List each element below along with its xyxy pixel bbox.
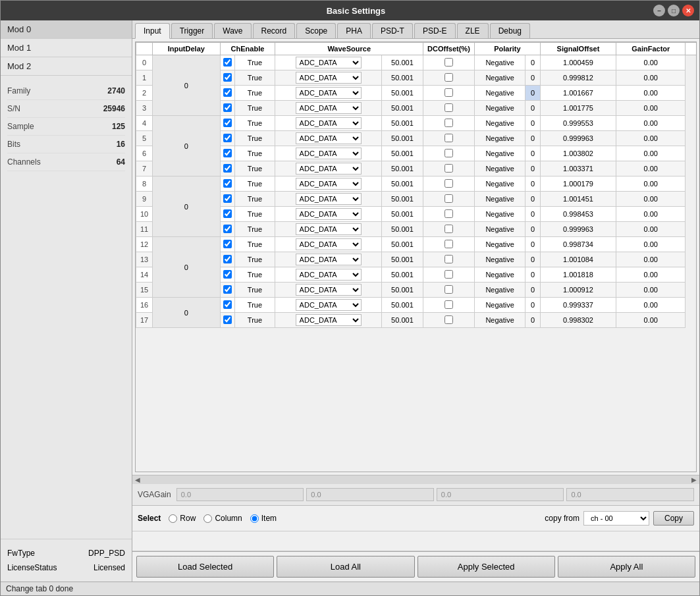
polarity-checkbox[interactable] bbox=[444, 285, 453, 294]
chenable-checkbox[interactable] bbox=[223, 149, 232, 157]
load-selected-button[interactable]: Load Selected bbox=[136, 556, 274, 578]
wavesource-select[interactable]: ADC_DATA bbox=[296, 148, 362, 159]
scrollbar[interactable]: ◀ ▶ bbox=[132, 475, 699, 484]
copy-from-select[interactable]: ch - 00 ch - 01 ch - 02 ch - 03 bbox=[583, 511, 649, 526]
apply-selected-button[interactable]: Apply Selected bbox=[417, 556, 555, 578]
polarity-checkbox[interactable] bbox=[444, 179, 453, 188]
wavesource-select[interactable]: ADC_DATA bbox=[296, 117, 362, 129]
window-title: Basic Settings bbox=[59, 6, 653, 16]
chenable-checkbox[interactable] bbox=[223, 58, 232, 67]
wavesource-cell: ADC_DATA bbox=[275, 116, 381, 131]
chenable-checkbox[interactable] bbox=[223, 103, 232, 112]
chenable-checkbox[interactable] bbox=[223, 134, 232, 142]
polarity-checkbox[interactable] bbox=[444, 88, 453, 97]
scroll-right-icon[interactable]: ▶ bbox=[689, 476, 699, 483]
polarity-checkbox[interactable] bbox=[444, 240, 453, 248]
chenable-checkbox[interactable] bbox=[223, 164, 232, 173]
signal-offset-value: 0 bbox=[525, 176, 540, 192]
radio-item[interactable] bbox=[250, 514, 259, 523]
tab-trigger[interactable]: Trigger bbox=[171, 23, 213, 38]
wavesource-select[interactable]: ADC_DATA bbox=[296, 178, 362, 190]
wavesource-cell: ADC_DATA bbox=[275, 70, 381, 86]
signal-offset-value: 0 bbox=[525, 298, 540, 313]
vga-input-2[interactable] bbox=[437, 488, 564, 501]
bits-label: Bits bbox=[7, 140, 20, 149]
polarity-checkbox[interactable] bbox=[444, 300, 453, 309]
channel-number: 4 bbox=[136, 116, 153, 131]
polarity-checkbox[interactable] bbox=[444, 73, 453, 82]
chenable-checkbox[interactable] bbox=[223, 285, 232, 294]
minimize-button[interactable]: – bbox=[653, 5, 665, 16]
scroll-left-icon[interactable]: ◀ bbox=[132, 476, 143, 483]
chenable-checkbox[interactable] bbox=[223, 179, 232, 188]
chenable-checkbox[interactable] bbox=[223, 73, 232, 82]
tab-record[interactable]: Record bbox=[253, 23, 296, 38]
wavesource-select[interactable]: ADC_DATA bbox=[296, 163, 362, 175]
wavesource-select[interactable]: ADC_DATA bbox=[296, 57, 362, 68]
wavesource-select[interactable]: ADC_DATA bbox=[296, 299, 362, 311]
chenable-value: True bbox=[234, 207, 275, 222]
close-button[interactable]: ✕ bbox=[682, 5, 694, 16]
wavesource-select[interactable]: ADC_DATA bbox=[296, 208, 362, 220]
adct-value: 0.00 bbox=[616, 176, 686, 192]
tab-scope[interactable]: Scope bbox=[296, 23, 336, 38]
polarity-checkbox[interactable] bbox=[444, 58, 453, 67]
polarity-checkbox[interactable] bbox=[444, 164, 453, 173]
polarity-checkbox[interactable] bbox=[444, 209, 453, 218]
wavesource-select[interactable]: ADC_DATA bbox=[296, 238, 362, 250]
wavesource-select[interactable]: ADC_DATA bbox=[296, 132, 362, 144]
radio-row[interactable] bbox=[169, 514, 177, 523]
tab-debug[interactable]: Debug bbox=[490, 23, 530, 38]
wavesource-select[interactable]: ADC_DATA bbox=[296, 269, 362, 281]
radio-row-label: Row bbox=[180, 514, 196, 523]
chenable-checkbox[interactable] bbox=[223, 88, 232, 97]
radio-column[interactable] bbox=[203, 514, 212, 523]
polarity-checkbox[interactable] bbox=[444, 149, 453, 157]
sidebar-item-mod1[interactable]: Mod 1 bbox=[1, 39, 132, 57]
tab-wave[interactable]: Wave bbox=[214, 23, 251, 38]
chenable-checkbox[interactable] bbox=[223, 255, 232, 263]
chenable-checkbox[interactable] bbox=[223, 300, 232, 309]
polarity-checkbox[interactable] bbox=[444, 103, 453, 112]
copy-button[interactable]: Copy bbox=[653, 511, 694, 526]
vga-input-1[interactable] bbox=[306, 488, 434, 501]
chenable-checkbox[interactable] bbox=[223, 270, 232, 279]
polarity-checkbox[interactable] bbox=[444, 255, 453, 263]
chenable-checkbox[interactable] bbox=[223, 209, 232, 218]
chenable-checkbox[interactable] bbox=[223, 194, 232, 203]
tab-psd-t[interactable]: PSD-T bbox=[372, 23, 413, 38]
wavesource-cell: ADC_DATA bbox=[275, 86, 381, 101]
wavesource-select[interactable]: ADC_DATA bbox=[296, 254, 362, 265]
wavesource-select[interactable]: ADC_DATA bbox=[296, 314, 362, 326]
wavesource-select[interactable]: ADC_DATA bbox=[296, 223, 362, 235]
tab-pha[interactable]: PHA bbox=[337, 23, 371, 38]
load-all-button[interactable]: Load All bbox=[277, 556, 414, 578]
vga-input-3[interactable] bbox=[566, 488, 694, 501]
sidebar-item-mod2[interactable]: Mod 2 bbox=[1, 57, 132, 76]
wavesource-select[interactable]: ADC_DATA bbox=[296, 72, 362, 84]
polarity-checkbox[interactable] bbox=[444, 194, 453, 203]
maximize-button[interactable]: □ bbox=[668, 5, 680, 16]
wavesource-select[interactable]: ADC_DATA bbox=[296, 102, 362, 114]
wavesource-select[interactable]: ADC_DATA bbox=[296, 284, 362, 296]
tab-input[interactable]: Input bbox=[135, 23, 170, 39]
chenable-checkbox[interactable] bbox=[223, 315, 232, 324]
wavesource-select[interactable]: ADC_DATA bbox=[296, 193, 362, 205]
tab-zle[interactable]: ZLE bbox=[457, 23, 489, 38]
polarity-checkbox[interactable] bbox=[444, 134, 453, 142]
chenable-checkbox[interactable] bbox=[223, 240, 232, 248]
table-container[interactable]: InputDelay ChEnable WaveSource DCOffset(… bbox=[135, 41, 697, 472]
polarity-checkbox[interactable] bbox=[444, 119, 453, 127]
tab-psd-e[interactable]: PSD-E bbox=[414, 23, 456, 38]
chenable-checkbox[interactable] bbox=[223, 225, 232, 233]
chenable-checkbox[interactable] bbox=[223, 119, 232, 127]
wavesource-select[interactable]: ADC_DATA bbox=[296, 87, 362, 99]
vga-input-0[interactable] bbox=[176, 488, 304, 501]
polarity-checkbox[interactable] bbox=[444, 315, 453, 324]
sidebar-item-mod0[interactable]: Mod 0 bbox=[1, 20, 132, 39]
polarity-checkbox[interactable] bbox=[444, 225, 453, 233]
polarity-checkbox[interactable] bbox=[444, 270, 453, 279]
apply-all-button[interactable]: Apply All bbox=[558, 556, 695, 578]
signal-offset-value: 0 bbox=[525, 70, 540, 86]
signal-offset-value: 0 bbox=[525, 55, 540, 70]
